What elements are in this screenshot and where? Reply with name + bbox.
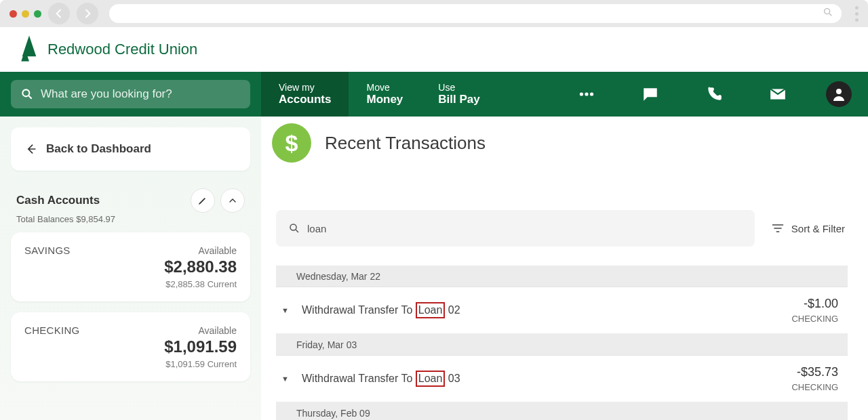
nav-item-bill-pay[interactable]: UseBill Pay bbox=[420, 72, 497, 117]
expand-icon[interactable]: ▼ bbox=[281, 375, 296, 383]
page-header: $ Recent Transactions bbox=[272, 123, 848, 163]
sort-filter-label: Sort & Filter bbox=[791, 223, 845, 234]
account-name: CHECKING bbox=[24, 324, 80, 336]
svg-point-6 bbox=[580, 92, 583, 96]
svg-point-4 bbox=[22, 89, 29, 96]
amount-column: -$35.73CHECKING bbox=[791, 365, 838, 392]
svg-point-10 bbox=[290, 224, 296, 230]
search-highlight: Loan bbox=[416, 371, 446, 386]
transaction-account: CHECKING bbox=[791, 382, 838, 392]
messages-icon[interactable] bbox=[618, 85, 682, 103]
url-bar[interactable] bbox=[109, 4, 842, 23]
mail-icon[interactable] bbox=[746, 85, 810, 103]
account-current: $1,091.59 Current bbox=[24, 359, 237, 369]
search-icon bbox=[288, 222, 300, 234]
close-window-icon[interactable] bbox=[9, 10, 17, 18]
profile-avatar[interactable] bbox=[826, 81, 852, 107]
amount-column: -$1.00CHECKING bbox=[791, 297, 838, 324]
forward-button[interactable] bbox=[77, 3, 98, 24]
search-icon bbox=[823, 7, 833, 20]
nav-line2: Accounts bbox=[279, 93, 331, 106]
section-title: Cash Accounts bbox=[16, 194, 185, 207]
transaction-amount: -$35.73 bbox=[791, 365, 838, 379]
nav-line1: View my bbox=[279, 82, 331, 93]
back-to-dashboard[interactable]: Back to Dashboard bbox=[11, 127, 250, 171]
brand-bar: Redwood Credit Union bbox=[0, 27, 868, 72]
phone-icon[interactable] bbox=[682, 85, 746, 103]
transaction-list: Wednesday, Mar 22▼Withdrawal Transfer To… bbox=[276, 266, 848, 420]
transaction-search[interactable] bbox=[276, 210, 755, 247]
svg-point-9 bbox=[836, 89, 842, 94]
nav-item-accounts[interactable]: View myAccounts bbox=[261, 72, 349, 117]
svg-line-1 bbox=[829, 14, 831, 16]
browser-menu-icon[interactable] bbox=[855, 6, 859, 22]
account-name: SAVINGS bbox=[24, 245, 71, 256]
total-balances: Total Balances $9,854.97 bbox=[11, 214, 250, 232]
account-balance: $1,091.59 bbox=[24, 337, 237, 356]
nav-line1: Move bbox=[366, 82, 403, 93]
dollar-icon: $ bbox=[272, 123, 311, 163]
date-header: Wednesday, Mar 22 bbox=[276, 266, 848, 287]
person-icon bbox=[831, 86, 847, 102]
main-nav: View myAccountsMoveMoneyUseBill Pay bbox=[0, 72, 868, 117]
account-current: $2,885.38 Current bbox=[24, 279, 237, 289]
nav-item-money[interactable]: MoveMoney bbox=[349, 72, 420, 117]
chevron-up-icon bbox=[227, 195, 238, 206]
sort-filter-button[interactable]: Sort & Filter bbox=[771, 222, 848, 235]
account-card-checking[interactable]: CHECKINGAvailable$1,091.59$1,091.59 Curr… bbox=[11, 312, 250, 381]
brand-logo[interactable]: Redwood Credit Union bbox=[19, 35, 197, 64]
browser-chrome bbox=[0, 0, 868, 27]
back-label: Back to Dashboard bbox=[46, 142, 151, 156]
tree-icon bbox=[19, 35, 39, 64]
search-highlight: Loan bbox=[416, 302, 446, 318]
search-icon bbox=[20, 87, 34, 101]
svg-line-5 bbox=[29, 96, 32, 99]
content: $ Recent Transactions Sort & Filter Wedn… bbox=[261, 117, 868, 420]
account-balance: $2,880.38 bbox=[24, 257, 237, 276]
available-label: Available bbox=[198, 325, 237, 336]
filter-icon bbox=[771, 222, 785, 235]
arrow-left-icon bbox=[24, 142, 38, 156]
collapse-accounts-button[interactable] bbox=[220, 188, 245, 213]
more-icon[interactable] bbox=[555, 85, 618, 103]
edit-accounts-button[interactable] bbox=[191, 188, 215, 213]
transaction-description: Withdrawal Transfer To Loan 03 bbox=[296, 371, 791, 386]
svg-point-0 bbox=[825, 9, 830, 14]
date-header: Thursday, Feb 09 bbox=[276, 402, 848, 420]
transaction-description: Withdrawal Transfer To Loan 02 bbox=[296, 302, 791, 318]
page-title: Recent Transactions bbox=[325, 133, 486, 154]
svg-point-7 bbox=[585, 92, 588, 96]
window-controls bbox=[9, 10, 41, 18]
transaction-row[interactable]: ▼Withdrawal Transfer To Loan 02-$1.00CHE… bbox=[276, 287, 848, 334]
back-button[interactable] bbox=[48, 3, 70, 24]
global-search[interactable] bbox=[11, 80, 250, 108]
transaction-amount: -$1.00 bbox=[791, 297, 838, 311]
cash-accounts-header: Cash Accounts bbox=[11, 184, 250, 214]
transaction-row[interactable]: ▼Withdrawal Transfer To Loan 03-$35.73CH… bbox=[276, 356, 848, 402]
maximize-window-icon[interactable] bbox=[34, 10, 41, 18]
svg-line-11 bbox=[296, 230, 298, 232]
pencil-icon bbox=[197, 195, 208, 206]
nav-line1: Use bbox=[438, 82, 479, 93]
date-header: Friday, Mar 03 bbox=[276, 334, 848, 356]
nav-line2: Money bbox=[366, 93, 403, 106]
transaction-account: CHECKING bbox=[791, 314, 838, 324]
expand-icon[interactable]: ▼ bbox=[281, 306, 296, 314]
account-card-savings[interactable]: SAVINGSAvailable$2,880.38$2,885.38 Curre… bbox=[11, 232, 250, 301]
svg-point-8 bbox=[590, 92, 593, 96]
brand-name: Redwood Credit Union bbox=[47, 41, 197, 58]
nav-line2: Bill Pay bbox=[438, 93, 479, 106]
transaction-search-input[interactable] bbox=[307, 223, 743, 234]
sidebar: Back to Dashboard Cash Accounts Total Ba… bbox=[0, 117, 261, 420]
minimize-window-icon[interactable] bbox=[22, 10, 29, 18]
global-search-input[interactable] bbox=[41, 87, 241, 101]
available-label: Available bbox=[198, 245, 237, 256]
